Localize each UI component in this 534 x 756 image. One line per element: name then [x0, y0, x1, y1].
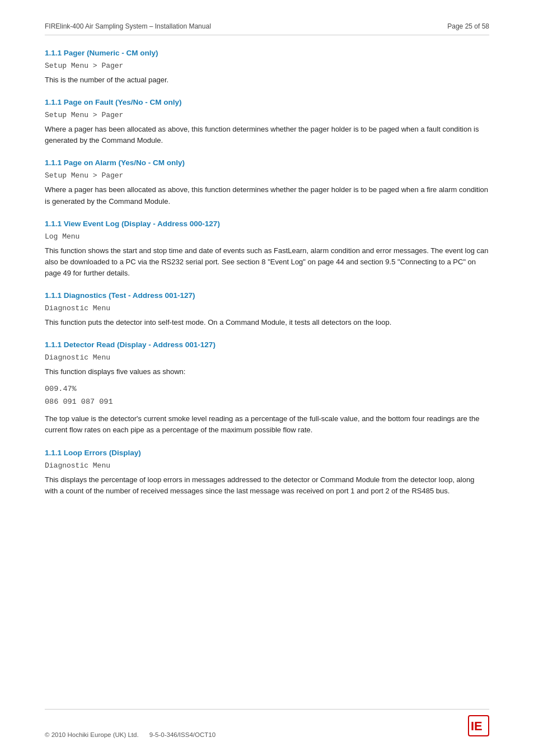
menu-path-diagnostics: Diagnostic Menu [45, 304, 489, 312]
section-diagnostics: 1.1.1 Diagnostics (Test - Address 001-12… [45, 291, 489, 328]
section-heading-view-event-log: 1.1.1 View Event Log (Display - Address … [45, 220, 489, 228]
code-line-1: 009.47% [45, 383, 489, 396]
code-line-2: 086 091 087 091 [45, 396, 489, 409]
page-footer: © 2010 Hochiki Europe (UK) Ltd. 9-5-0-34… [45, 709, 489, 738]
ie-logo: IE [468, 715, 489, 738]
section-heading-loop-errors: 1.1.1 Loop Errors (Display) [45, 449, 489, 457]
code-block-detector-read: 009.47% 086 091 087 091 [45, 383, 489, 409]
body-text-page-on-alarm: Where a pager has been allocated as abov… [45, 184, 489, 207]
section-page-on-fault: 1.1.1 Page on Fault (Yes/No - CM only) S… [45, 98, 489, 146]
menu-path-loop-errors: Diagnostic Menu [45, 461, 489, 470]
document-title: FIRElink-400 Air Sampling System – Insta… [45, 22, 211, 30]
body-text-diagnostics: This function puts the detector into sel… [45, 317, 489, 328]
footer-copyright: © 2010 Hochiki Europe (UK) Ltd. [45, 731, 139, 738]
menu-path-page-on-alarm: Setup Menu > Pager [45, 171, 489, 180]
section-view-event-log: 1.1.1 View Event Log (Display - Address … [45, 220, 489, 279]
footer-doc-ref: 9-5-0-346/ISS4/OCT10 [149, 731, 216, 738]
body-text-pager-numeric: This is the number of the actual pager. [45, 74, 489, 86]
menu-path-detector-read: Diagnostic Menu [45, 353, 489, 362]
section-heading-page-on-fault: 1.1.1 Page on Fault (Yes/No - CM only) [45, 98, 489, 106]
menu-path-pager-numeric: Setup Menu > Pager [45, 62, 489, 70]
section-detector-read: 1.1.1 Detector Read (Display - Address 0… [45, 340, 489, 436]
section-pager-numeric: 1.1.1 Pager (Numeric - CM only) Setup Me… [45, 49, 489, 86]
body-text-view-event-log: This function shows the start and stop t… [45, 245, 489, 279]
section-page-on-alarm: 1.1.1 Page on Alarm (Yes/No - CM only) S… [45, 158, 489, 207]
page-container: FIRElink-400 Air Sampling System – Insta… [0, 0, 534, 756]
section-heading-detector-read: 1.1.1 Detector Read (Display - Address 0… [45, 340, 489, 349]
menu-path-page-on-fault: Setup Menu > Pager [45, 111, 489, 119]
section-heading-diagnostics: 1.1.1 Diagnostics (Test - Address 001-12… [45, 291, 489, 300]
menu-path-view-event-log: Log Menu [45, 232, 489, 241]
page-header: FIRElink-400 Air Sampling System – Insta… [45, 22, 489, 35]
body-text-detector-read-desc: The top value is the detector's current … [45, 413, 489, 436]
body-text-detector-read-intro: This function displays five values as sh… [45, 366, 489, 377]
svg-text:IE: IE [471, 719, 483, 733]
body-text-page-on-fault: Where a pager has been allocated as abov… [45, 124, 489, 146]
section-heading-page-on-alarm: 1.1.1 Page on Alarm (Yes/No - CM only) [45, 158, 489, 167]
footer-text: © 2010 Hochiki Europe (UK) Ltd. 9-5-0-34… [45, 731, 216, 738]
page-number: Page 25 of 58 [447, 22, 489, 30]
section-heading-pager-numeric: 1.1.1 Pager (Numeric - CM only) [45, 49, 489, 57]
body-text-loop-errors: This displays the percentage of loop err… [45, 474, 489, 497]
section-loop-errors: 1.1.1 Loop Errors (Display) Diagnostic M… [45, 449, 489, 497]
